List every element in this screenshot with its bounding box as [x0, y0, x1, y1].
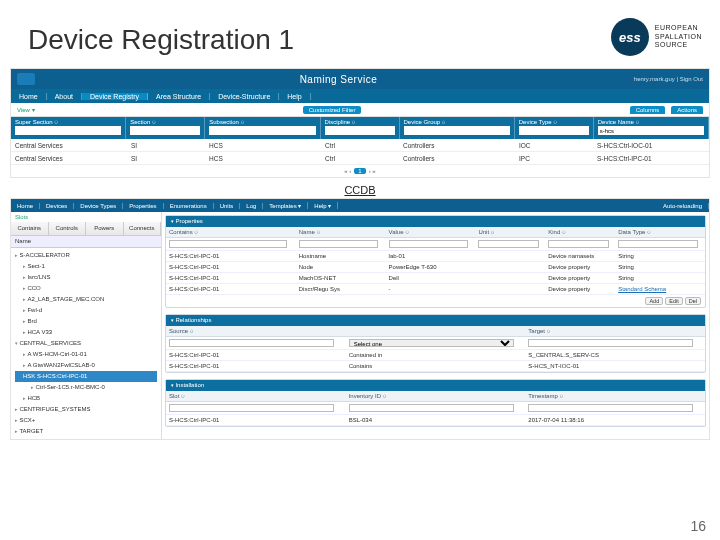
tree-node[interactable]: SCX+	[15, 415, 157, 426]
tree-node[interactable]: S-ACCELERATOR	[15, 250, 157, 261]
cc-enumerations[interactable]: Enumerations	[164, 203, 214, 209]
tree-node[interactable]: CENTRIFUGE_SYSTEMS	[15, 404, 157, 415]
ns-menu-home[interactable]: Home	[11, 93, 47, 100]
tab-connects[interactable]: Connects	[124, 222, 162, 235]
pager[interactable]: « ‹ 1 › »	[11, 165, 709, 177]
f-device-name-lbl: Device Name ○	[598, 119, 704, 125]
cc-home[interactable]: Home	[11, 203, 40, 209]
org-logo-block: ess EUROPEAN SPALLATION SOURCE	[611, 18, 702, 56]
cc-templates[interactable]: Templates ▾	[263, 202, 308, 209]
f-device-type-input[interactable]	[519, 126, 589, 135]
tree-node[interactable]: Fwl-d	[15, 305, 157, 316]
view-dropdown[interactable]: View ▾	[11, 106, 41, 113]
ns-title: Naming Service	[43, 74, 634, 85]
prop-add-button[interactable]: Add	[645, 297, 663, 305]
ns-logo-icon	[17, 73, 35, 85]
tab-powers[interactable]: Powers	[86, 222, 124, 235]
org-name: EUROPEAN SPALLATION SOURCE	[655, 24, 702, 49]
ns-menu-about[interactable]: About	[47, 93, 82, 100]
tab-contains[interactable]: Contains	[11, 222, 49, 235]
f-super-section-lbl: Super Section ○	[15, 119, 121, 125]
properties-header[interactable]: Properties	[166, 216, 705, 227]
ns-menu-device-structure[interactable]: Device-Structure	[210, 93, 279, 100]
f-super-section-input[interactable]	[15, 126, 121, 135]
tree-node[interactable]: HSK S-HCS:Ctrl-IPC-01	[15, 371, 157, 382]
cc-devices[interactable]: Devices	[40, 203, 74, 209]
tree-node[interactable]: CCO	[15, 283, 157, 294]
ns-header: Naming Service henry.mark.guy | Sign Out	[11, 69, 709, 89]
device-tree: S-ACCELERATORSect-1Isrc/LNSCCOA2_LAB_STA…	[11, 248, 161, 439]
actions-button[interactable]: Actions	[671, 106, 703, 114]
relationships-panel: Relationships Source ○Target ○Select one…	[165, 314, 706, 373]
cc-units[interactable]: Units	[214, 203, 241, 209]
prop-buttons: Add Edit Del	[166, 295, 705, 307]
prop-del-button[interactable]: Del	[685, 297, 701, 305]
table-row[interactable]: Central ServicesSIHCSCtrlControllersIPCS…	[11, 152, 709, 165]
f-discipline-lbl: Discipline ○	[325, 119, 395, 125]
tree-node[interactable]: Brd	[15, 316, 157, 327]
left-tabs: Contains Controls Powers Connects	[11, 222, 161, 236]
f-subsection-lbl: Subsection ○	[209, 119, 315, 125]
f-subsection-input[interactable]	[209, 126, 315, 135]
installation-panel: Installation Slot ○Inventory ID ○Timesta…	[165, 379, 706, 427]
ns-menu-device-registry[interactable]: Device Registry	[82, 93, 148, 100]
tree-node[interactable]: A2_LAB_STAGE_MEC.CON	[15, 294, 157, 305]
columns-button[interactable]: Columns	[630, 106, 666, 114]
installation-grid: Slot ○Inventory ID ○Timestamp ○S-HCS:Ctr…	[166, 391, 705, 426]
ess-logo-icon: ess	[611, 18, 649, 56]
properties-grid: Contains ○Name ○Value ○Unit ○Kind ○Data …	[166, 227, 705, 295]
cc-log[interactable]: Log	[240, 203, 263, 209]
table-row[interactable]: Central ServicesSIHCSCtrlControllersIOCS…	[11, 139, 709, 152]
f-section-input[interactable]	[130, 126, 200, 135]
ns-toolbar: View ▾ Customized Filter Columns Actions	[11, 103, 709, 117]
cc-properties[interactable]: Properties	[123, 203, 163, 209]
ccdb-menu: Home Devices Device Types Properties Enu…	[11, 199, 709, 212]
tab-controls[interactable]: Controls	[49, 222, 87, 235]
f-discipline-input[interactable]	[325, 126, 395, 135]
f-device-name-input[interactable]	[598, 126, 704, 135]
f-device-group-input[interactable]	[404, 126, 510, 135]
ccdb-left-pane: Slots Contains Controls Powers Connects …	[11, 212, 162, 439]
f-device-type-lbl: Device Type ○	[519, 119, 589, 125]
tree-node[interactable]: Ctrl-Ser-1C5.r-MC-BMC-0	[15, 382, 157, 393]
ccdb-panel: Home Devices Device Types Properties Enu…	[10, 198, 710, 440]
tree-node[interactable]: CENTRAL_SERVICES	[15, 338, 157, 349]
cc-device-types[interactable]: Device Types	[74, 203, 123, 209]
tree-node[interactable]: Sect-1	[15, 261, 157, 272]
installation-header[interactable]: Installation	[166, 380, 705, 391]
custom-filter-badge[interactable]: Customized Filter	[303, 106, 362, 114]
page-number: 16	[690, 518, 706, 534]
ns-menu-area-structure[interactable]: Area Structure	[148, 93, 210, 100]
tree-node[interactable]: HCA V33	[15, 327, 157, 338]
ccdb-label: CCDB	[0, 184, 720, 196]
tree-header: Name	[11, 236, 161, 248]
tree-node[interactable]: HCB	[15, 393, 157, 404]
relationships-header[interactable]: Relationships	[166, 315, 705, 326]
f-device-group-lbl: Device Group ○	[404, 119, 510, 125]
tree-node[interactable]: TARGET	[15, 426, 157, 437]
ns-menu-help[interactable]: Help	[279, 93, 310, 100]
cc-help[interactable]: Help ▾	[308, 202, 338, 209]
prop-edit-button[interactable]: Edit	[665, 297, 682, 305]
tree-node[interactable]: A WS-HCM-Ctrl-01-01	[15, 349, 157, 360]
f-section-lbl: Section ○	[130, 119, 200, 125]
naming-service-panel: Naming Service henry.mark.guy | Sign Out…	[10, 68, 710, 178]
tree-node[interactable]: A GtwWAN2FwlCSLAB-0	[15, 360, 157, 371]
filter-row: Super Section ○ Section ○ Subsection ○ D…	[11, 117, 709, 139]
relationships-grid: Source ○Target ○Select oneS-HCS:Ctrl-IPC…	[166, 326, 705, 372]
ns-menu: Home About Device Registry Area Structur…	[11, 89, 709, 103]
cc-reload[interactable]: Auto-reloading	[657, 203, 709, 209]
properties-panel: Properties Contains ○Name ○Value ○Unit ○…	[165, 215, 706, 308]
ns-user-info[interactable]: henry.mark.guy | Sign Out	[634, 76, 703, 82]
tree-node[interactable]: Isrc/LNS	[15, 272, 157, 283]
